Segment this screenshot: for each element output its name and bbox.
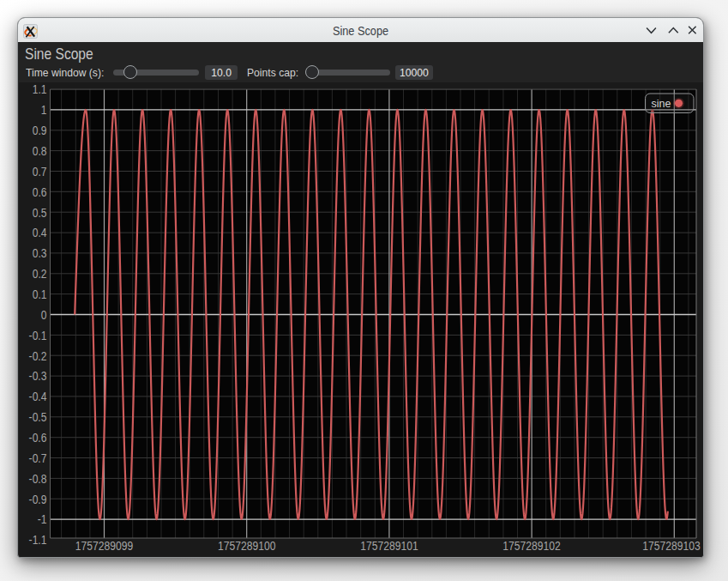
svg-text:-0.9: -0.9 bbox=[29, 492, 47, 506]
svg-text:0.2: 0.2 bbox=[33, 266, 47, 281]
svg-text:-0.8: -0.8 bbox=[29, 471, 47, 486]
svg-text:0.6: 0.6 bbox=[33, 185, 47, 199]
svg-text:0.1: 0.1 bbox=[33, 287, 47, 301]
svg-text:sine: sine bbox=[652, 97, 671, 110]
svg-text:-1: -1 bbox=[38, 511, 47, 526]
svg-text:0.3: 0.3 bbox=[33, 245, 47, 260]
svg-text:1757289102: 1757289102 bbox=[502, 538, 561, 553]
svg-text:1757289101: 1757289101 bbox=[360, 538, 418, 553]
svg-text:0.7: 0.7 bbox=[33, 164, 47, 179]
svg-text:1: 1 bbox=[41, 102, 47, 117]
svg-text:-1.1: -1.1 bbox=[29, 532, 47, 547]
svg-text:0.8: 0.8 bbox=[33, 143, 47, 158]
svg-text:-0.1: -0.1 bbox=[29, 328, 47, 342]
svg-text:1757289099: 1757289099 bbox=[75, 538, 134, 553]
svg-text:-0.4: -0.4 bbox=[29, 389, 47, 403]
svg-text:0.4: 0.4 bbox=[33, 225, 47, 239]
svg-text:-0.3: -0.3 bbox=[29, 368, 47, 383]
svg-text:-0.2: -0.2 bbox=[29, 348, 47, 363]
svg-text:-0.6: -0.6 bbox=[29, 430, 47, 445]
svg-text:1757289103: 1757289103 bbox=[642, 538, 701, 553]
svg-text:0.5: 0.5 bbox=[33, 205, 47, 220]
svg-text:0: 0 bbox=[41, 307, 47, 322]
svg-text:1.1: 1.1 bbox=[33, 82, 47, 96]
svg-text:1757289100: 1757289100 bbox=[218, 538, 276, 553]
svg-text:-0.7: -0.7 bbox=[29, 451, 47, 465]
svg-text:0.9: 0.9 bbox=[33, 123, 47, 137]
svg-text:-0.5: -0.5 bbox=[29, 409, 47, 424]
